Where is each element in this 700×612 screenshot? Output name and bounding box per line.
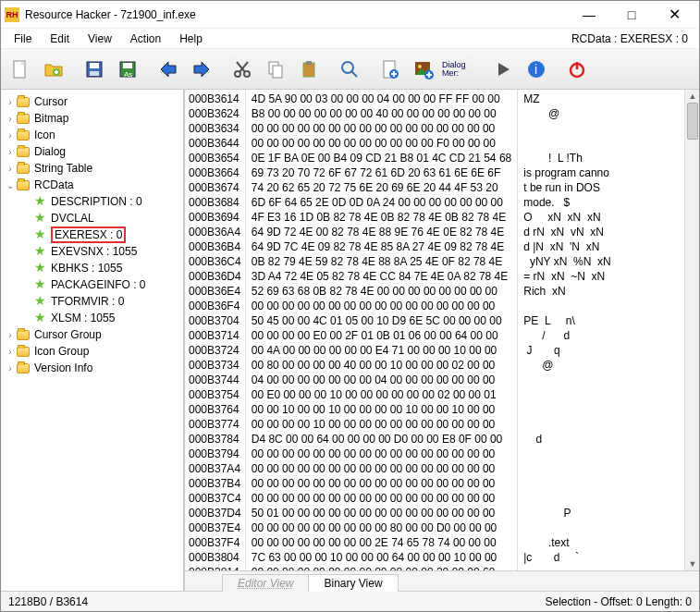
tree-item[interactable]: ★TFORMVIR : 0 <box>19 293 181 310</box>
chevron-right-icon[interactable]: › <box>5 130 16 141</box>
chevron-right-icon[interactable]: › <box>5 347 16 357</box>
paste-icon <box>298 58 320 80</box>
tree-label: EXERESX : 0 <box>51 226 126 243</box>
add-image-button[interactable] <box>408 54 439 85</box>
add-resource-button[interactable] <box>375 54 406 85</box>
chevron-right-icon[interactable]: › <box>5 97 16 107</box>
nav-fwd-button[interactable] <box>186 54 217 85</box>
tree-label: DESCRIPTION : 0 <box>51 195 142 208</box>
tree-item[interactable]: ★KBHKS : 1055 <box>19 260 181 276</box>
tree-folder[interactable]: ›Cursor <box>3 93 181 110</box>
tree-label: PACKAGEINFO : 0 <box>51 278 145 291</box>
resource-tree[interactable]: ›Cursor›Bitmap›Icon›Dialog›String Table⌄… <box>1 90 184 591</box>
svg-text:As: As <box>124 70 132 79</box>
tree-label: XLSM : 1055 <box>51 312 115 324</box>
chevron-right-icon[interactable]: › <box>5 114 16 124</box>
menu-action[interactable]: Action <box>121 31 170 47</box>
save-icon <box>83 58 105 80</box>
menu-right-label: RCData : EXERESX : 0 <box>571 32 695 45</box>
tree-folder[interactable]: ›Dialog <box>3 143 181 160</box>
svg-rect-15 <box>303 63 314 77</box>
tree-item[interactable]: ★DVCLAL <box>19 210 181 226</box>
app-icon: RH <box>5 7 19 22</box>
scroll-thumb[interactable] <box>687 103 698 140</box>
dialog-merge-button[interactable]: Dialog Mer: <box>441 54 478 85</box>
hex-ascii[interactable]: MZ @ ! L !This program cannot be run in … <box>518 90 684 570</box>
menu-view[interactable]: View <box>79 31 121 47</box>
find-button[interactable] <box>334 54 365 85</box>
chevron-right-icon[interactable]: › <box>5 330 16 340</box>
tree-item[interactable]: ★PACKAGEINFO : 0 <box>19 276 181 293</box>
tree-item[interactable]: ★XLSM : 1055 <box>19 310 181 326</box>
arrow-tag-right-icon <box>190 58 213 80</box>
scissors-icon <box>231 58 253 80</box>
chevron-right-icon[interactable]: › <box>5 164 16 174</box>
copy-button[interactable] <box>260 54 291 85</box>
arrow-tag-left-icon <box>157 58 179 80</box>
tree-item[interactable]: ★EXEVSNX : 1055 <box>19 243 181 260</box>
tree-label: Bitmap <box>34 112 68 125</box>
tree-folder[interactable]: ›Icon <box>3 127 181 143</box>
new-button[interactable] <box>5 54 36 85</box>
copy-icon <box>264 58 287 80</box>
save-button[interactable] <box>79 54 110 85</box>
minimize-button[interactable]: — <box>568 1 610 29</box>
tree-label: TFORMVIR : 0 <box>51 295 124 308</box>
scroll-down-icon[interactable]: ▼ <box>685 557 699 570</box>
tab-binary-view[interactable]: Binary View <box>308 574 398 592</box>
tree-folder[interactable]: ›Icon Group <box>3 343 181 360</box>
power-button[interactable] <box>561 54 593 85</box>
window-title: Resource Hacker - 7z1900_inf.exe <box>25 8 568 21</box>
folder-icon <box>16 128 31 142</box>
star-icon: ★ <box>32 311 47 325</box>
hex-bytes[interactable]: 4D 5A 90 00 03 00 00 00 04 00 00 00 FF F… <box>246 90 519 570</box>
info-button[interactable]: i <box>521 54 552 85</box>
svg-marker-10 <box>194 62 209 77</box>
tree-label: Cursor <box>34 95 68 108</box>
status-bar: 1218B0 / B3614 Selection - Offset: 0 Len… <box>1 591 699 611</box>
svg-marker-9 <box>161 62 176 77</box>
close-button[interactable]: ✕ <box>653 1 695 29</box>
tree-folder[interactable]: ⌄RCData <box>3 177 181 193</box>
folder-icon <box>16 144 31 159</box>
tree-item[interactable]: ★DESCRIPTION : 0 <box>19 193 181 210</box>
tree-label: String Table <box>34 162 92 175</box>
scroll-up-icon[interactable]: ▲ <box>685 90 699 103</box>
svg-rect-7 <box>123 63 132 68</box>
paste-button[interactable] <box>293 54 325 85</box>
nav-back-button[interactable] <box>153 54 184 85</box>
hex-scrollbar[interactable]: ▲ ▼ <box>684 90 699 570</box>
folder-icon <box>16 361 31 375</box>
menu-file[interactable]: File <box>5 31 41 47</box>
folder-icon <box>16 177 31 192</box>
play-button[interactable] <box>487 54 519 85</box>
tree-folder[interactable]: ›Version Info <box>3 360 181 376</box>
folder-icon <box>16 94 31 109</box>
tree-label: DVCLAL <box>51 212 94 225</box>
tree-label: Version Info <box>34 361 92 374</box>
tree-folder[interactable]: ›Bitmap <box>3 110 181 127</box>
tree-folder[interactable]: ›String Table <box>3 160 181 177</box>
power-icon <box>566 58 588 80</box>
save-as-button[interactable]: As <box>112 54 143 85</box>
menu-edit[interactable]: Edit <box>41 31 79 47</box>
search-icon <box>338 58 361 80</box>
tree-item[interactable]: ★EXERESX : 0 <box>19 226 181 243</box>
tree-folder[interactable]: ›Cursor Group <box>3 326 181 343</box>
tab-editor-view[interactable]: Editor View <box>222 574 309 592</box>
chevron-down-icon[interactable]: ⌄ <box>5 180 16 190</box>
toolbar: As Dialog Mer: i <box>1 49 699 90</box>
svg-text:i: i <box>534 62 537 77</box>
menu-help[interactable]: Help <box>170 31 212 47</box>
new-file-icon <box>9 58 31 80</box>
tree-label: Dialog <box>34 145 66 158</box>
maximize-button[interactable]: □ <box>610 1 653 29</box>
folder-icon <box>16 111 31 126</box>
cut-button[interactable] <box>227 54 258 85</box>
tree-label: EXEVSNX : 1055 <box>51 245 137 258</box>
hex-view[interactable]: 000B3614000B3624000B3634000B3644000B3654… <box>185 90 699 570</box>
open-button[interactable] <box>38 54 69 85</box>
chevron-right-icon[interactable]: › <box>5 363 16 373</box>
svg-rect-5 <box>90 71 99 76</box>
chevron-right-icon[interactable]: › <box>5 147 16 157</box>
